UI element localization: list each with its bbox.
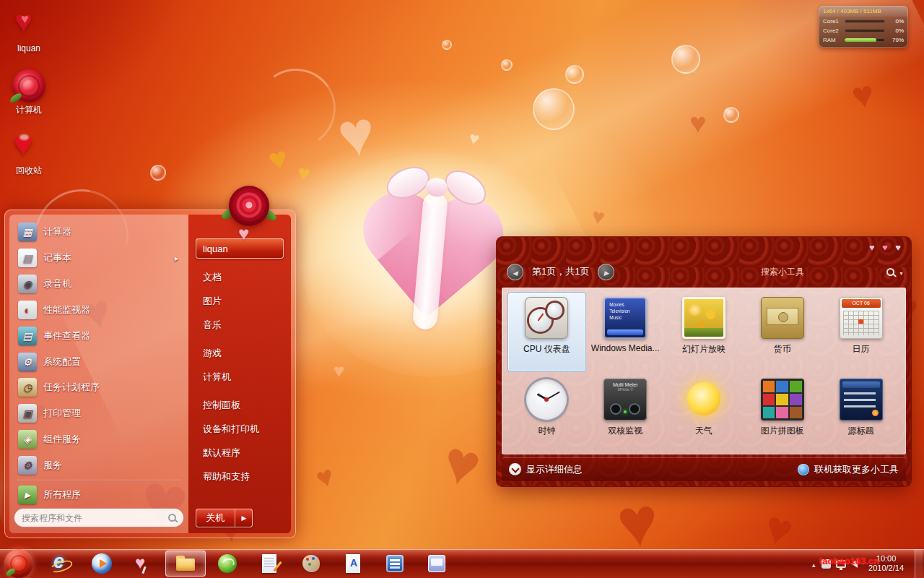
palette-icon: [300, 553, 322, 574]
search-icon[interactable]: [168, 514, 176, 522]
gadget-tile-windows-media[interactable]: Movies Television Music Windows Media...: [586, 292, 665, 372]
cpu-meter-icon: [525, 297, 568, 339]
start-menu-item-control-panel[interactable]: 控制面板: [196, 393, 284, 417]
get-more-gadgets-link[interactable]: 联机获取更多小工具: [798, 463, 899, 476]
user-avatar[interactable]: [226, 186, 272, 241]
ie-icon: [49, 553, 71, 574]
search-icon[interactable]: [886, 268, 894, 276]
taskbar-blue-app[interactable]: [375, 551, 415, 577]
start-menu-item-computer[interactable]: 计算机: [196, 365, 284, 389]
bubble: [150, 165, 166, 181]
start-menu-item-system-configuration[interactable]: 系统配置: [14, 349, 184, 375]
desktop-icon-computer[interactable]: 计算机: [1, 69, 56, 116]
start-menu-item-task-scheduler[interactable]: 任务计划程序: [14, 375, 184, 401]
desktop-icon-liquan[interactable]: liquan: [1, 9, 56, 53]
start-menu-item-games[interactable]: 游戏: [196, 341, 284, 365]
gadget-tile-slideshow[interactable]: 幻灯片放映: [665, 292, 744, 372]
shutdown-button[interactable]: 关机: [196, 509, 253, 527]
gadget-search-input[interactable]: [761, 267, 882, 277]
start-menu-item-pictures[interactable]: 图片: [196, 289, 284, 313]
gadget-tile-multi-meter[interactable]: Multi Meter SFkilla © 双核监视: [586, 374, 665, 454]
taskbar-pink-app[interactable]: [123, 551, 164, 577]
wmp-icon-text: Music: [609, 314, 647, 321]
gadget-tile-clock[interactable]: 时钟: [507, 374, 586, 454]
start-menu-item-music[interactable]: 音乐: [196, 313, 284, 337]
watermark: taobao163.cn: [819, 556, 879, 566]
gadget-search: [761, 265, 904, 278]
start-search-input[interactable]: [22, 513, 168, 523]
glass-heart: [334, 100, 379, 167]
start-menu-item-calculator[interactable]: 计算器: [14, 219, 184, 245]
search-dropdown-icon[interactable]: [899, 265, 904, 278]
gadget-tile-cpu-meter[interactable]: CPU 仪表盘: [507, 292, 586, 372]
cpu-meter-gadget[interactable]: 1x64 / 403MB / 511MB Core1 0% Core2 0% R…: [819, 6, 908, 48]
gadget-tile-picture-puzzle[interactable]: 图片拼图板: [743, 374, 821, 454]
menu-item-label: 音乐: [203, 319, 222, 332]
taskbar-ie[interactable]: [40, 551, 80, 577]
gadget-tile-feed-headlines[interactable]: 源标题: [821, 374, 900, 454]
start-search-box: [14, 508, 184, 527]
cpu-row-label: Core2: [823, 27, 842, 34]
forward-arrow-icon: [604, 265, 609, 278]
gadget-label: 货币: [774, 343, 791, 355]
taskbar-notepad[interactable]: [249, 551, 289, 577]
ram-bar: [845, 38, 885, 42]
weather-sun-icon: [682, 379, 725, 420]
show-details-link[interactable]: 显示详细信息: [509, 463, 583, 476]
menu-item-label: 性能监视器: [43, 303, 90, 316]
cpu-gadget-header: 1x64 / 403MB / 511MB: [819, 6, 908, 17]
start-menu-item-default-programs[interactable]: 默认程序: [196, 441, 284, 465]
desktop-icon-recycle-bin[interactable]: 回收站: [1, 130, 56, 177]
component-services-icon: [18, 430, 37, 449]
heart-window-button[interactable]: [882, 241, 888, 253]
rose-heart-icon: [12, 9, 45, 42]
start-menu-item-notepad[interactable]: 记事本: [14, 245, 184, 271]
shutdown-options-arrow[interactable]: [235, 509, 253, 527]
start-menu-item-services[interactable]: 服务: [14, 452, 184, 478]
menu-separator: [17, 480, 181, 480]
bubble: [533, 88, 575, 130]
gadget-tile-currency[interactable]: 货币: [743, 292, 821, 372]
clock-icon: [525, 379, 568, 420]
glass-heart-icon: [238, 223, 249, 245]
start-menu-item-event-viewer[interactable]: 事件查看器: [14, 323, 184, 349]
start-menu-item-devices-printers[interactable]: 设备和打印机: [196, 417, 284, 441]
start-menu-item-all-programs[interactable]: 所有程序: [14, 482, 184, 508]
bubble: [723, 107, 739, 123]
calendar-icon: OCT 06: [840, 297, 883, 339]
notepad-icon: [18, 249, 37, 267]
taskbar-paint[interactable]: [291, 551, 331, 577]
green-orb-icon: [217, 553, 238, 574]
heart-close-button[interactable]: [895, 241, 901, 253]
menu-item-label: 默认程序: [203, 447, 240, 460]
taskbar-green-browser[interactable]: [207, 551, 248, 577]
menu-item-label: 文档: [203, 271, 222, 284]
start-menu: 计算器 记事本 录音机 性能监视器 事件查看器 系统配置 任务计划程序 打印管理…: [4, 210, 296, 538]
wmp-icon-text: Television: [609, 308, 647, 314]
start-menu-item-help-support[interactable]: 帮助和支持: [196, 465, 284, 488]
taskbar-explorer[interactable]: [165, 551, 206, 577]
gadget-tile-calendar[interactable]: OCT 06 日历: [821, 292, 900, 372]
tray-expand-arrow[interactable]: [811, 557, 816, 570]
taskbar-document-app[interactable]: [333, 551, 373, 577]
start-menu-item-performance-monitor[interactable]: 性能监视器: [14, 297, 184, 323]
cpu-row-value: 79%: [888, 37, 904, 43]
taskbar-media-player[interactable]: [82, 551, 122, 577]
heart-window-button[interactable]: [869, 241, 875, 253]
taskbar-violet-app[interactable]: [417, 551, 457, 577]
start-menu-item-sound-recorder[interactable]: 录音机: [14, 271, 184, 297]
cpu-row-label: Core1: [823, 18, 842, 25]
start-button[interactable]: [4, 549, 33, 578]
start-menu-item-component-services[interactable]: 组件服务: [14, 426, 184, 452]
start-menu-item-documents[interactable]: 文档: [196, 265, 284, 289]
show-details-label: 显示详细信息: [526, 463, 583, 476]
bubble: [442, 40, 452, 50]
start-menu-item-print-management[interactable]: 打印管理: [14, 400, 184, 426]
page-back-button[interactable]: [507, 264, 523, 280]
show-desktop-button[interactable]: [915, 549, 923, 578]
page-forward-button[interactable]: [598, 264, 614, 280]
chevron-down-icon: [509, 463, 521, 475]
gadget-label: Windows Media...: [591, 343, 660, 353]
gadget-tile-weather[interactable]: 天气: [665, 374, 744, 454]
menu-item-label: 计算器: [43, 225, 71, 238]
